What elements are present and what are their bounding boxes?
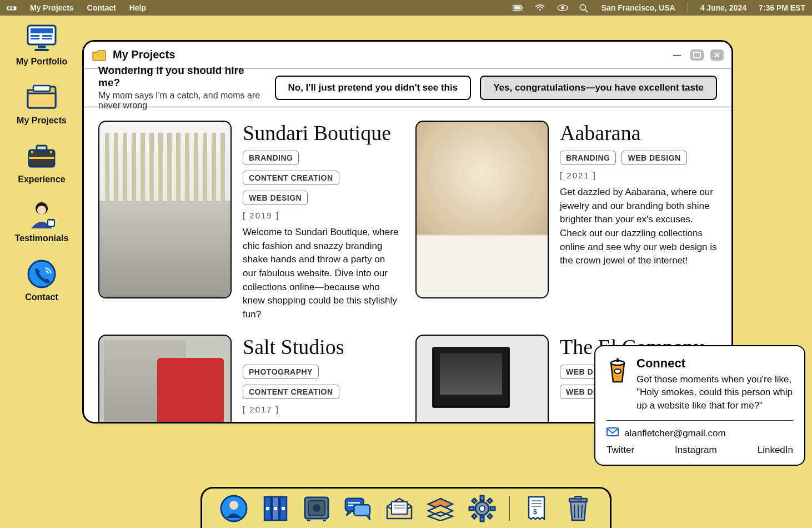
svg-rect-64 (532, 500, 542, 501)
sidebar-item-label: Contact (25, 292, 58, 302)
svg-line-72 (582, 505, 582, 518)
close-button[interactable]: ✕ (710, 49, 724, 61)
svg-rect-60 (472, 498, 476, 502)
project-year: [ 2019 ] (243, 211, 400, 220)
phone-icon (25, 260, 58, 288)
hire-no-button[interactable]: No, I'll just pretend you didn't see thi… (275, 76, 472, 100)
dock-files-icon[interactable] (261, 494, 290, 523)
svg-rect-69 (575, 496, 582, 499)
dock-avatar-icon[interactable] (219, 494, 248, 523)
sidebar-item-contact[interactable]: Contact (25, 260, 58, 302)
svg-rect-18 (34, 49, 49, 51)
eye-icon (557, 4, 567, 12)
monitor-icon (25, 24, 58, 52)
project-year: [ 2017 ] (243, 405, 400, 414)
connect-email-row[interactable]: alanfletcher@gmail.com (607, 427, 793, 439)
svg-rect-29 (694, 52, 700, 58)
svg-point-44 (313, 505, 320, 511)
dock-trash-icon[interactable] (564, 494, 593, 523)
dock-mail-icon[interactable] (385, 494, 414, 523)
sidebar-item-label: My Portfolio (16, 57, 67, 67)
menubar-time: 7:36 PM EST (759, 3, 805, 12)
dock-receipt-icon[interactable]: $ (522, 494, 551, 523)
svg-rect-12 (31, 28, 53, 33)
project-tag: CONTENT CREATION (243, 171, 339, 185)
svg-rect-14 (31, 38, 39, 39)
svg-rect-39 (266, 507, 269, 510)
dock-settings-icon[interactable] (468, 494, 497, 523)
divider (607, 420, 793, 421)
wifi-icon (535, 4, 545, 12)
project-card[interactable]: Salt Studios PHOTOGRAPHY CONTENT CREATIO… (98, 335, 400, 424)
svg-rect-4 (513, 6, 520, 9)
svg-rect-50 (348, 505, 354, 506)
sidebar-item-experience[interactable]: Experience (18, 142, 65, 185)
project-tag: BRANDING (243, 151, 299, 165)
svg-rect-16 (42, 38, 52, 39)
sidebar-item-projects[interactable]: My Projects (17, 83, 67, 126)
project-card[interactable]: Sundari Boutique BRANDING CONTENT CREATI… (98, 121, 400, 321)
svg-rect-56 (480, 496, 484, 500)
svg-rect-19 (33, 86, 50, 91)
project-thumbnail (415, 121, 549, 298)
project-title: Aabarana (560, 121, 717, 145)
svg-rect-63 (487, 514, 492, 518)
project-title: Salt Studios (243, 335, 400, 359)
social-link-twitter[interactable]: Twitter (607, 445, 634, 456)
connect-text: Got those moments when you're like, "Hol… (636, 373, 793, 412)
project-tag: CONTENT CREATION (243, 385, 339, 399)
briefcase-icon (25, 142, 58, 170)
svg-point-8 (561, 6, 564, 9)
window-title: My Projects (113, 48, 175, 61)
svg-rect-46 (323, 520, 326, 521)
project-tag: PHOTOGRAPHY (243, 365, 319, 379)
svg-point-9 (580, 4, 585, 10)
project-tag: BRANDING (560, 151, 616, 165)
svg-rect-57 (480, 517, 484, 521)
project-tag: WEB DESIGN (621, 151, 686, 165)
project-description: Get dazzled by Aabarana, where our jewel… (560, 186, 717, 268)
project-card[interactable]: Aabarana BRANDING WEB DESIGN [ 2021 ] Ge… (415, 121, 717, 321)
svg-rect-53 (394, 507, 405, 509)
menubar-date: 4 June, 2024 (700, 3, 746, 12)
mail-icon (607, 427, 619, 439)
connect-email: alanfletcher@gmail.com (624, 428, 726, 439)
svg-rect-58 (469, 507, 474, 510)
svg-rect-65 (532, 503, 542, 504)
sidebar-item-label: Experience (18, 175, 65, 185)
menubar-location: San Francisco, USA (602, 3, 675, 12)
menubar-item[interactable]: My Projects (30, 3, 74, 12)
hire-yes-button[interactable]: Yes, congratulations—you have excellent … (480, 76, 717, 100)
svg-rect-24 (50, 151, 52, 153)
folder-icon (25, 83, 58, 111)
dock-chat-icon[interactable] (343, 494, 372, 523)
svg-rect-15 (42, 35, 52, 37)
svg-rect-33 (607, 428, 618, 436)
dock-layers-icon[interactable] (426, 494, 455, 523)
svg-rect-22 (29, 157, 54, 159)
project-thumbnail (415, 335, 549, 424)
svg-point-1 (8, 7, 11, 9)
svg-rect-48 (354, 505, 370, 515)
minimize-button[interactable]: — (670, 49, 684, 61)
divider (688, 3, 688, 13)
search-icon[interactable] (579, 4, 589, 12)
sidebar-item-testimonials[interactable]: Testimonials (15, 201, 69, 243)
menubar-item[interactable]: Contact (87, 3, 116, 12)
sidebar-item-portfolio[interactable]: My Portfolio (16, 24, 67, 67)
menubar-item[interactable]: Help (129, 3, 146, 12)
project-thumbnail (98, 121, 232, 298)
social-link-linkedin[interactable]: LinkedIn (758, 445, 793, 456)
social-link-instagram[interactable]: Instagram (675, 445, 717, 456)
dock-safe-icon[interactable] (302, 494, 331, 523)
svg-rect-66 (532, 506, 542, 507)
svg-rect-21 (37, 146, 47, 151)
svg-point-2 (12, 7, 14, 9)
svg-rect-17 (38, 46, 46, 48)
coffee-icon (607, 356, 629, 384)
svg-rect-49 (348, 502, 360, 503)
svg-rect-41 (282, 507, 285, 510)
maximize-button[interactable] (690, 49, 704, 61)
person-icon (25, 201, 58, 229)
svg-rect-40 (274, 507, 277, 510)
